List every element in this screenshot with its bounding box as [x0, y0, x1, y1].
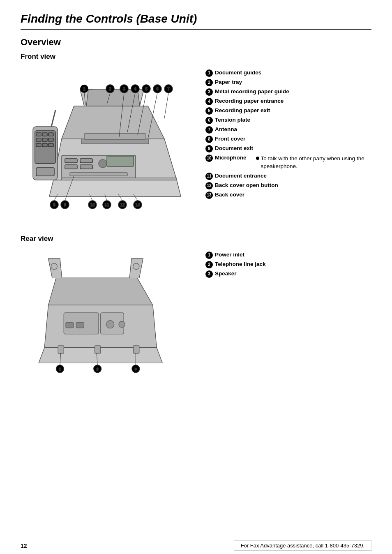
legend-label: Back cover open button	[215, 182, 278, 189]
legend-label: Tension plate	[215, 116, 250, 124]
svg-rect-7	[42, 138, 47, 141]
svg-rect-70	[134, 346, 139, 353]
rear-legend-item: 1Power inlet	[205, 251, 371, 259]
front-diagram-svg: 1 2 3 4 5 6 7	[21, 65, 193, 221]
svg-line-43	[164, 93, 168, 118]
legend-label: Paper tray	[215, 78, 242, 86]
svg-point-18	[99, 159, 107, 168]
svg-line-12	[51, 110, 55, 127]
rear-legend-item: 2Telephone line jack	[205, 261, 371, 268]
legend-number: 4	[205, 98, 213, 105]
legend-number: 2	[205, 79, 213, 86]
rear-view-container: 1 2 3 1Power inlet2Telephone line jack3S…	[21, 247, 371, 380]
svg-text:2: 2	[97, 367, 99, 371]
legend-number: 8	[205, 136, 213, 143]
legend-label: Document guides	[215, 69, 261, 77]
front-legend-item: 3Metal recording paper guide	[205, 88, 371, 96]
front-legend: 1Document guides2Paper tray3Metal record…	[205, 65, 371, 222]
footer-contact: For Fax Advantage assistance, call 1-800…	[234, 540, 371, 551]
legend-number: 13	[205, 192, 213, 199]
legend-number: 5	[205, 107, 213, 115]
svg-point-66	[106, 321, 114, 328]
front-legend-item: 10MicrophoneTo talk with the other party…	[205, 154, 371, 171]
legend-label: Front cover	[215, 135, 245, 143]
svg-rect-2	[36, 168, 54, 176]
svg-text:11: 11	[104, 203, 109, 207]
legend-note: To talk with the other party when using …	[261, 155, 372, 171]
rear-legend-item: 3Speaker	[205, 270, 371, 278]
svg-text:7: 7	[167, 87, 170, 91]
svg-rect-3	[36, 133, 41, 136]
svg-rect-19	[107, 156, 134, 166]
svg-text:2: 2	[109, 87, 111, 91]
legend-label: Metal recording paper guide	[215, 88, 289, 96]
legend-label: Power inlet	[215, 251, 244, 259]
front-legend-item: 13Back cover	[205, 191, 371, 199]
footer: 12 For Fax Advantage assistance, call 1-…	[0, 537, 392, 554]
svg-point-67	[119, 321, 125, 328]
svg-text:9: 9	[64, 203, 66, 207]
legend-label: Recording paper entrance	[215, 97, 284, 105]
legend-label: Speaker	[215, 270, 237, 278]
legend-label: Microphone	[215, 154, 247, 162]
svg-rect-11	[48, 143, 53, 147]
svg-text:8: 8	[53, 203, 55, 207]
svg-text:5: 5	[145, 87, 148, 91]
legend-label: Recording paper exit	[215, 107, 270, 115]
legend-label: Telephone line jack	[215, 261, 266, 268]
legend-number: 6	[205, 117, 213, 124]
svg-point-71	[51, 263, 57, 270]
front-legend-item: 5Recording paper exit	[205, 107, 371, 115]
svg-rect-64	[66, 323, 74, 328]
svg-rect-65	[76, 323, 84, 328]
legend-label: Document exit	[215, 145, 253, 152]
svg-rect-6	[36, 138, 41, 141]
front-legend-item: 11Document entrance	[205, 172, 371, 180]
legend-label: Back cover	[215, 191, 244, 199]
svg-rect-5	[48, 133, 53, 136]
rear-diagram-svg: 1 2 3	[21, 247, 177, 379]
svg-rect-21	[84, 134, 146, 139]
svg-rect-17	[80, 165, 92, 169]
svg-rect-14	[65, 159, 77, 163]
svg-text:12: 12	[120, 203, 125, 207]
svg-text:4: 4	[134, 87, 136, 91]
svg-point-72	[133, 263, 139, 270]
bullet-point	[256, 157, 259, 160]
front-legend-item: 4Recording paper entrance	[205, 97, 371, 105]
legend-number: 7	[205, 126, 213, 134]
legend-number: 3	[205, 270, 213, 278]
legend-number: 3	[205, 88, 213, 96]
svg-text:6: 6	[156, 87, 159, 91]
svg-text:1: 1	[59, 367, 61, 371]
legend-number: 12	[205, 182, 213, 189]
legend-number: 2	[205, 261, 213, 268]
legend-number: 9	[205, 145, 213, 152]
rear-view-title: Rear view	[21, 235, 371, 243]
rear-legend: 1Power inlet2Telephone line jack3Speaker	[205, 247, 371, 380]
front-legend-item: 1Document guides	[205, 69, 371, 77]
legend-label: Document entrance	[215, 172, 267, 180]
footer-page-number: 12	[21, 542, 27, 549]
svg-rect-20	[81, 139, 149, 144]
front-view-title: Front view	[21, 53, 371, 61]
svg-rect-69	[95, 346, 101, 353]
front-legend-item: 7Antenna	[205, 126, 371, 134]
rear-diagram: 1 2 3	[21, 247, 193, 380]
overview-title: Overview	[21, 37, 371, 48]
svg-rect-9	[36, 143, 41, 147]
front-legend-item: 8Front cover	[205, 135, 371, 143]
svg-rect-16	[65, 165, 77, 169]
front-legend-item: 12Back cover open button	[205, 182, 371, 189]
svg-text:3: 3	[123, 87, 125, 91]
svg-rect-68	[58, 346, 64, 353]
svg-rect-22	[70, 173, 127, 176]
legend-number: 1	[205, 69, 213, 77]
front-legend-item: 6Tension plate	[205, 116, 371, 124]
front-diagram: 1 2 3 4 5 6 7	[21, 65, 193, 222]
svg-text:1: 1	[83, 87, 85, 91]
legend-number: 1	[205, 252, 213, 259]
front-legend-item: 9Document exit	[205, 145, 371, 152]
legend-number: 11	[205, 173, 213, 180]
svg-rect-15	[80, 159, 92, 163]
